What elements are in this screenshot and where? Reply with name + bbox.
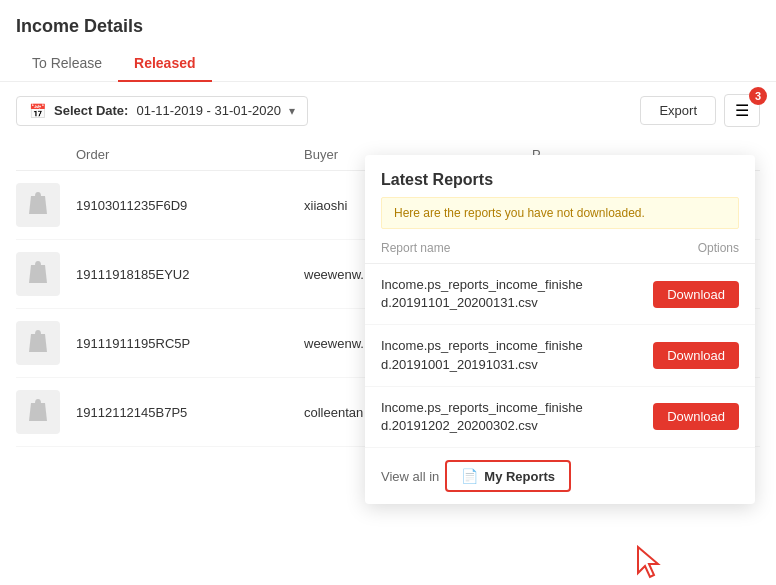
report-row-1: Income.ps_reports_income_finished.201911… bbox=[365, 264, 755, 325]
report-filename-3: Income.ps_reports_income_finished.201912… bbox=[381, 399, 583, 435]
date-range-value: 01-11-2019 - 31-01-2020 bbox=[136, 103, 281, 118]
cursor-indicator bbox=[636, 545, 666, 575]
page-title: Income Details bbox=[0, 0, 776, 45]
date-selector[interactable]: 📅 Select Date: 01-11-2019 - 31-01-2020 ▾ bbox=[16, 96, 308, 126]
date-label: Select Date: bbox=[54, 103, 128, 118]
calendar-icon: 📅 bbox=[29, 103, 46, 119]
col-order: Order bbox=[76, 147, 304, 162]
report-table-header: Report name Options bbox=[365, 241, 755, 264]
right-actions: Export ☰ 3 bbox=[640, 94, 760, 127]
order-id: 19103011235F6D9 bbox=[76, 198, 304, 213]
my-reports-label: My Reports bbox=[484, 469, 555, 484]
product-image bbox=[16, 252, 60, 296]
notice-bar: Here are the reports you have not downlo… bbox=[381, 197, 739, 229]
tab-released[interactable]: Released bbox=[118, 45, 211, 81]
hamburger-icon: ☰ bbox=[735, 102, 749, 119]
options-col-header: Options bbox=[698, 241, 739, 255]
report-row-3: Income.ps_reports_income_finished.201912… bbox=[365, 387, 755, 448]
product-image bbox=[16, 390, 60, 434]
tab-to-release[interactable]: To Release bbox=[16, 45, 118, 81]
report-filename-1: Income.ps_reports_income_finished.201911… bbox=[381, 276, 583, 312]
view-all-bar: View all in 📄 My Reports bbox=[365, 448, 755, 504]
order-id: 19111918185EYU2 bbox=[76, 267, 304, 282]
notification-badge: 3 bbox=[749, 87, 767, 105]
col-image bbox=[16, 147, 76, 162]
export-button[interactable]: Export bbox=[640, 96, 716, 125]
order-id: 19112112145B7P5 bbox=[76, 405, 304, 420]
view-all-text: View all in bbox=[381, 469, 439, 484]
report-row-2: Income.ps_reports_income_finished.201910… bbox=[365, 325, 755, 386]
latest-reports-panel: Latest Reports Here are the reports you … bbox=[365, 155, 755, 504]
product-image bbox=[16, 321, 60, 365]
panel-title: Latest Reports bbox=[365, 155, 755, 197]
menu-button[interactable]: ☰ 3 bbox=[724, 94, 760, 127]
document-icon: 📄 bbox=[461, 468, 478, 484]
chevron-down-icon: ▾ bbox=[289, 104, 295, 118]
download-button-1[interactable]: Download bbox=[653, 281, 739, 308]
filter-bar: 📅 Select Date: 01-11-2019 - 31-01-2020 ▾… bbox=[0, 82, 776, 139]
report-name-col-header: Report name bbox=[381, 241, 450, 255]
tabs-bar: To Release Released bbox=[0, 45, 776, 82]
my-reports-button[interactable]: 📄 My Reports bbox=[445, 460, 571, 492]
download-button-2[interactable]: Download bbox=[653, 342, 739, 369]
product-image bbox=[16, 183, 60, 227]
report-filename-2: Income.ps_reports_income_finished.201910… bbox=[381, 337, 583, 373]
download-button-3[interactable]: Download bbox=[653, 403, 739, 430]
order-id: 19111911195RC5P bbox=[76, 336, 304, 351]
income-details-page: Income Details To Release Released 📅 Sel… bbox=[0, 0, 776, 585]
